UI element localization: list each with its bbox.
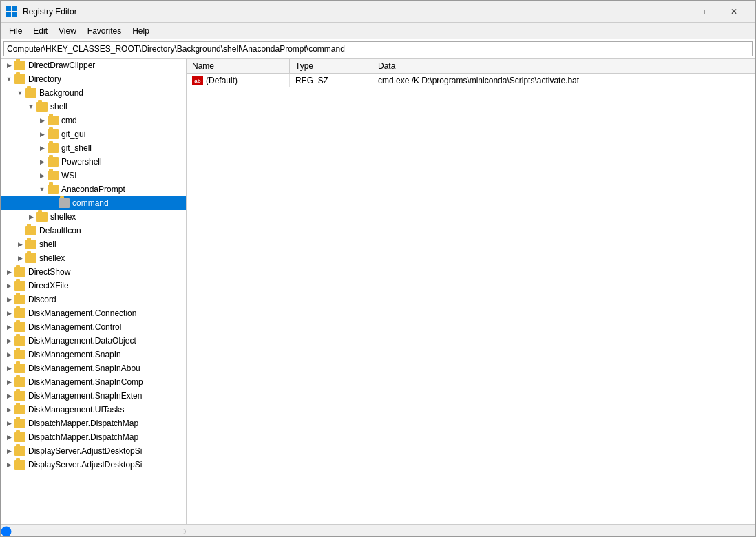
tree-item-diskmanagement-dataobject[interactable]: ▶ DiskManagement.DataObject (1, 334, 186, 348)
tree-item-displayserver-2[interactable]: ▶ DisplayServer.AdjustDesktopSi (1, 458, 186, 472)
expand-icon[interactable]: ▼ (36, 184, 48, 195)
table-body: ab (Default) REG_SZ cmd.exe /K D:\progra… (187, 74, 755, 524)
folder-icon (48, 116, 59, 125)
expand-icon[interactable]: ▶ (3, 404, 14, 415)
expand-icon[interactable]: ▼ (25, 101, 36, 112)
expand-icon[interactable]: ▶ (3, 377, 14, 388)
tree-label: Background (39, 88, 83, 98)
folder-icon (14, 391, 25, 401)
tree-item-diskmanagement-control[interactable]: ▶ DiskManagement.Control (1, 320, 186, 334)
tree-item-command[interactable]: ▶ command (1, 196, 186, 210)
maximize-button[interactable]: □ (686, 1, 718, 23)
expand-icon[interactable]: ▶ (14, 239, 25, 250)
expand-icon[interactable]: ▼ (3, 74, 14, 85)
tree-item-diskmanagement-snapinexten[interactable]: ▶ DiskManagement.SnapInExten (1, 389, 186, 403)
tree-label: Discord (28, 295, 56, 304)
minimize-button[interactable]: ─ (655, 1, 686, 23)
close-button[interactable]: ✕ (718, 1, 750, 23)
tree-item-git-gui[interactable]: ▶ git_gui (1, 127, 186, 141)
expand-icon[interactable]: ▶ (3, 335, 14, 346)
expand-icon[interactable]: ▶ (3, 418, 14, 429)
tree-label: shell (39, 240, 56, 249)
tree-label: DirectXFile (28, 281, 69, 291)
table-row[interactable]: ab (Default) REG_SZ cmd.exe /K D:\progra… (187, 74, 755, 87)
folder-icon (14, 295, 25, 304)
folder-icon (14, 267, 25, 277)
tree-label: cmd (61, 116, 77, 125)
folder-icon (14, 364, 25, 373)
tree-item-dispatchmapper-2[interactable]: ▶ DispatchMapper.DispatchMap (1, 430, 186, 444)
tree-item-defaulticon[interactable]: ▶ DefaultIcon (1, 224, 186, 238)
folder-icon (25, 226, 36, 235)
folder-icon (14, 336, 25, 346)
expand-icon[interactable]: ▶ (36, 143, 48, 154)
tree-item-directdrawclipper[interactable]: ▶ DirectDrawClipper (1, 59, 186, 72)
tree-item-discord[interactable]: ▶ Discord (1, 293, 186, 306)
tree-label: git_shell (61, 143, 92, 153)
expand-icon[interactable]: ▶ (36, 129, 48, 140)
expand-icon[interactable]: ▶ (3, 432, 14, 443)
tree-label: DisplayServer.AdjustDesktopSi (28, 460, 142, 470)
folder-icon (14, 350, 25, 359)
tree-label: DiskManagement.UITasks (28, 405, 124, 414)
col-header-type[interactable]: Type (290, 59, 372, 73)
value-name: (Default) (206, 76, 238, 85)
expand-icon[interactable]: ▶ (3, 308, 14, 319)
expand-icon[interactable]: ▶ (3, 322, 14, 333)
tree-label: Directory (28, 74, 61, 84)
tree-scroll[interactable]: ▶ DirectDrawClipper ▼ Directory ▼ Backgr… (1, 59, 186, 524)
tree-item-shellex-dir[interactable]: ▶ shellex (1, 251, 186, 265)
tree-item-directxfile[interactable]: ▶ DirectXFile (1, 279, 186, 293)
tree-item-directory[interactable]: ▼ Directory (1, 72, 186, 86)
col-header-data[interactable]: Data (372, 59, 755, 73)
tree-item-diskmanagement-snapin[interactable]: ▶ DiskManagement.SnapIn (1, 348, 186, 361)
folder-icon (14, 405, 25, 414)
expand-icon[interactable]: ▶ (3, 459, 14, 470)
expand-icon[interactable]: ▶ (36, 170, 48, 181)
tree-item-shell[interactable]: ▼ shell (1, 100, 186, 114)
menu-view[interactable]: View (53, 25, 82, 37)
folder-icon (48, 171, 59, 180)
tree-item-powershell[interactable]: ▶ Powershell (1, 155, 186, 169)
expand-icon[interactable]: ▶ (14, 253, 25, 264)
folder-icon (14, 446, 25, 456)
tree-item-shell-dir[interactable]: ▶ shell (1, 238, 186, 251)
menu-help[interactable]: Help (127, 25, 155, 37)
app-icon (6, 6, 17, 17)
expand-icon[interactable]: ▶ (3, 266, 14, 277)
menu-file[interactable]: File (3, 25, 28, 37)
tree-item-cmd[interactable]: ▶ cmd (1, 114, 186, 127)
folder-icon (14, 377, 25, 387)
expand-icon[interactable]: ▶ (36, 156, 48, 167)
tree-item-displayserver-1[interactable]: ▶ DisplayServer.AdjustDesktopSi (1, 444, 186, 458)
tree-item-diskmanagement-snapincomp[interactable]: ▶ DiskManagement.SnapInComp (1, 375, 186, 389)
expand-icon[interactable]: ▶ (3, 349, 14, 360)
expand-icon[interactable]: ▶ (3, 390, 14, 401)
expand-icon[interactable]: ▶ (3, 294, 14, 305)
address-input[interactable] (3, 41, 753, 56)
menu-edit[interactable]: Edit (28, 25, 53, 37)
tree-item-git-shell[interactable]: ▶ git_shell (1, 141, 186, 155)
tree-item-anacondaprompt[interactable]: ▼ AnacondaPrompt (1, 182, 186, 196)
expand-icon[interactable]: ▶ (3, 363, 14, 374)
tree-item-directshow[interactable]: ▶ DirectShow (1, 265, 186, 279)
expand-icon[interactable]: ▶ (3, 445, 14, 456)
tree-item-shellex-bg[interactable]: ▶ shellex (1, 210, 186, 224)
tree-item-diskmanagement-uitasks[interactable]: ▶ DiskManagement.UITasks (1, 403, 186, 417)
tree-label: git_gui (61, 129, 85, 139)
menu-favorites[interactable]: Favorites (82, 25, 127, 37)
expand-icon[interactable]: ▶ (3, 280, 14, 291)
svg-rect-2 (6, 12, 11, 17)
horizontal-scrollbar[interactable] (1, 526, 187, 537)
expand-icon[interactable]: ▶ (36, 115, 48, 126)
expand-icon[interactable]: ▼ (14, 87, 25, 98)
tree-item-background[interactable]: ▼ Background (1, 86, 186, 100)
tree-item-dispatchmapper-1[interactable]: ▶ DispatchMapper.DispatchMap (1, 417, 186, 430)
tree-item-diskmanagement-connection[interactable]: ▶ DiskManagement.Connection (1, 306, 186, 320)
tree-item-wsl[interactable]: ▶ WSL (1, 169, 186, 182)
tree-label: DispatchMapper.DispatchMap (28, 419, 138, 428)
tree-item-diskmanagement-snapinabou[interactable]: ▶ DiskManagement.SnapInAbou (1, 361, 186, 375)
expand-icon[interactable]: ▶ (3, 60, 14, 71)
expand-icon[interactable]: ▶ (25, 211, 36, 222)
col-header-name[interactable]: Name (187, 59, 290, 73)
